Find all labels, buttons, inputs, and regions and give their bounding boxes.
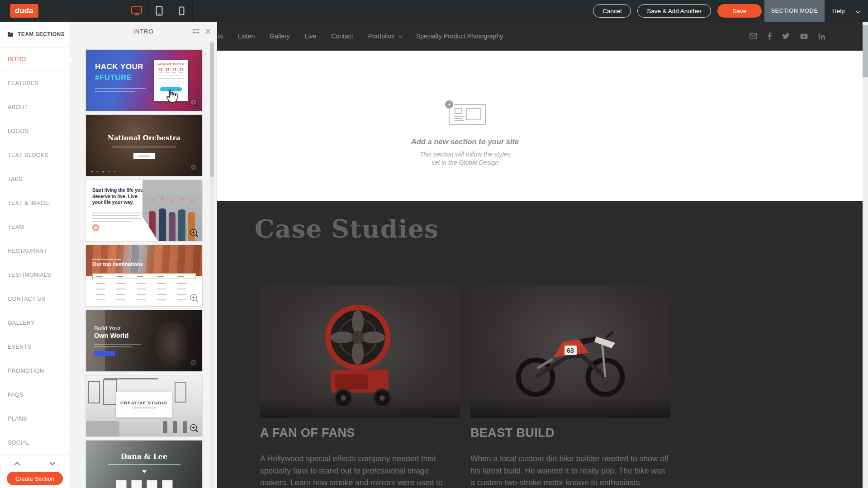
accent-badge	[92, 224, 99, 231]
thumb-title: HACK YOUR	[95, 62, 143, 71]
nav-item-gallery[interactable]: Gallery	[270, 33, 289, 40]
social-icons	[749, 22, 825, 51]
button-placeholder	[133, 153, 155, 159]
desktop-icon	[131, 5, 142, 16]
nav-item[interactable]: io	[218, 33, 223, 40]
subtitle-line: set in the Global Design	[368, 158, 562, 166]
template-thumbnail-creative-studio[interactable]: CREATIVE STUDIO	[86, 375, 202, 436]
add-section-subtitle: This section will follow the styles set …	[368, 150, 562, 166]
chevron-down-icon	[855, 8, 860, 13]
page-scrollbar-thumb[interactable]	[863, 25, 868, 77]
street-photo-placeholder	[86, 245, 202, 276]
sidebar-item-faqs[interactable]: FAQS	[0, 383, 70, 407]
mobile-view-button[interactable]	[170, 0, 193, 22]
save-and-add-another-button[interactable]: Save & Add Another	[637, 4, 711, 18]
desktop-view-button[interactable]	[125, 0, 147, 22]
case-studies-title: Case Studies	[255, 214, 439, 243]
sidebar-item-tabs[interactable]: TABS	[0, 167, 70, 191]
sidebar-item-intro[interactable]: INTRO	[0, 47, 70, 71]
text-line-placeholder	[92, 221, 132, 222]
image-placeholder-icon	[455, 108, 462, 114]
nav-item-specialty-product-photography[interactable]: Specialty Product Photography	[416, 33, 503, 40]
sidebar-item-testimonials[interactable]: TESTIMONIALS	[0, 263, 70, 287]
template-thumbnail-top-destinations[interactable]: Our top destinations	[86, 245, 202, 306]
cancel-button[interactable]: Cancel	[593, 4, 631, 18]
sidebar-item-plans[interactable]: PLANS	[0, 407, 70, 431]
table-row-placeholder	[96, 299, 192, 300]
close-icon[interactable]	[205, 28, 211, 34]
grid-view-icon[interactable]	[192, 28, 200, 34]
nav-item-live[interactable]: Live	[305, 33, 317, 40]
nav-item-contact[interactable]: Contact	[331, 33, 353, 40]
sidebar-item-features[interactable]: FEATURES	[0, 71, 70, 95]
carousel-dots	[91, 171, 115, 173]
save-button[interactable]: Save	[717, 4, 762, 18]
sidebar-item-logos[interactable]: LOGOS	[0, 119, 70, 143]
sidebar-item-label: SOCIAL	[8, 440, 29, 446]
mobile-icon	[179, 6, 185, 15]
duda-logo[interactable]: duda	[10, 4, 38, 18]
twitter-icon[interactable]	[782, 33, 790, 39]
countdown-value: 08	[166, 67, 170, 71]
template-thumbnail-hack-your-future[interactable]: HACK YOUR #FUTURE HACKATHON STARTS IN 03…	[86, 50, 202, 111]
template-thumbnail-start-living[interactable]: Start living the life you deserve to liv…	[86, 180, 202, 241]
text-line-icon	[455, 120, 465, 121]
add-section-placeholder[interactable]: + Add a new section to your site This se…	[368, 99, 562, 166]
section-mode-badge: SECTION MODE	[764, 0, 825, 22]
sidebar-item-label: EVENTS	[8, 344, 31, 350]
scroll-up-button[interactable]	[0, 455, 35, 472]
template-thumbnail-list: HACK YOUR #FUTURE HACKATHON STARTS IN 03…	[70, 41, 217, 488]
sidebar-item-promotion[interactable]: PROMOTION	[0, 359, 70, 383]
help-menu[interactable]: Help	[825, 0, 868, 22]
text-line-placeholder	[108, 464, 180, 465]
create-section-button[interactable]: Create Section	[7, 472, 63, 485]
sidebar-item-gallery[interactable]: GALLERY	[0, 311, 70, 335]
sidebar-item-team[interactable]: TEAM	[0, 215, 70, 239]
sidebar-item-label: INTRO	[8, 56, 26, 62]
zoom-preview-icon[interactable]	[189, 423, 199, 433]
sidebar-item-label: TEAM	[8, 224, 24, 230]
page-scrollbar-track[interactable]	[863, 22, 868, 488]
tablet-view-button[interactable]	[147, 0, 170, 22]
thumb-title: Our top destinations	[92, 261, 143, 267]
zoom-preview-icon[interactable]	[189, 228, 199, 238]
sidebar-item-text-and-image[interactable]: TEXT & IMAGE	[0, 191, 70, 215]
template-thumbnail-national-orchestra[interactable]: National Orchestra	[86, 115, 202, 176]
sidebar-item-events[interactable]: EVENTS	[0, 335, 70, 359]
countdown-heading: HACKATHON STARTS IN	[154, 63, 188, 66]
text-line-placeholder	[92, 213, 143, 213]
window-frame	[88, 381, 100, 403]
zoom-preview-icon[interactable]	[189, 358, 199, 368]
youtube-icon[interactable]	[800, 33, 808, 39]
folder-icon	[7, 32, 14, 37]
thumb-title: Dana & Lee	[86, 452, 202, 461]
email-icon[interactable]	[749, 33, 757, 39]
sidebar-item-label: PROMOTION	[8, 368, 44, 374]
facebook-icon[interactable]	[768, 33, 772, 40]
scroll-down-button[interactable]	[35, 455, 70, 472]
sidebar-item-restaurant[interactable]: RESTAURANT	[0, 239, 70, 263]
text-line-placeholder	[95, 88, 146, 89]
panel-title: INTRO	[133, 28, 154, 35]
sidebar-item-label: LOGOS	[8, 128, 28, 134]
template-thumbnail-dana-and-lee[interactable]: Dana & Lee	[86, 441, 202, 488]
sidebar-item-label: TEXT BLOCKS	[8, 152, 48, 158]
linkedin-icon[interactable]	[818, 33, 825, 40]
sidebar-item-about[interactable]: ABOUT	[0, 95, 70, 119]
zoom-preview-icon[interactable]	[189, 163, 199, 173]
thumb-title-bold: Own World	[94, 332, 128, 339]
nav-item-listen[interactable]: Listen	[238, 33, 255, 40]
sidebar-item-text-blocks[interactable]: TEXT BLOCKS	[0, 143, 70, 167]
sidebar-item-contact-us[interactable]: CONTACT US	[0, 287, 70, 311]
sidebar-item-social[interactable]: SOCIAL	[0, 431, 70, 455]
zoom-preview-icon[interactable]	[189, 98, 199, 108]
thumb-title: Start living the life you deserve to liv…	[92, 187, 148, 206]
zoom-preview-icon[interactable]	[189, 293, 199, 303]
panel-scrollbar-thumb[interactable]	[210, 43, 214, 177]
nav-item-portfolios[interactable]: Portfolios	[368, 33, 401, 40]
template-thumbnail-build-your-own-world[interactable]: Build Your Own World	[86, 310, 202, 371]
site-preview: io Listen Gallery Live Contact Portfolio…	[217, 22, 868, 488]
countdown-value: 43	[172, 67, 176, 71]
device-switcher	[125, 0, 193, 22]
case-study-card-bike: 63 BEAST BUILD When a local custom dirt …	[470, 285, 670, 488]
